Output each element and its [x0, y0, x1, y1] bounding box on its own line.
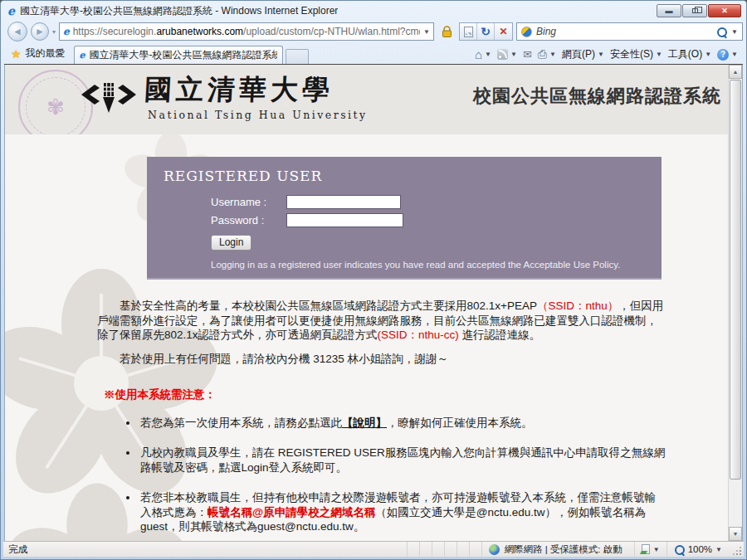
compatibility-view-button[interactable]	[460, 23, 477, 40]
favorites-button[interactable]: ★ 我的最愛	[6, 46, 74, 64]
home-button[interactable]: ⌂▼	[475, 47, 491, 61]
refresh-icon: ↻	[481, 25, 491, 38]
page-tools-group: ↻ ✕	[459, 22, 513, 41]
notice-item: 若您為第一次使用本系統，請務必點選此【說明】，瞭解如何正確使用本系統。	[139, 416, 666, 431]
rss-icon	[497, 49, 508, 60]
notice-list: 若您為第一次使用本系統，請務必點選此【說明】，瞭解如何正確使用本系統。 凡校內教…	[139, 416, 666, 542]
search-box[interactable]: Bing ▼	[516, 22, 743, 41]
search-dropdown-icon[interactable]: ▼	[731, 28, 738, 36]
close-button[interactable]: ✕	[708, 4, 741, 17]
resize-grip[interactable]	[732, 547, 742, 557]
read-mail-button[interactable]: ✉	[523, 48, 532, 61]
status-text: 完成	[3, 543, 407, 556]
username-label: Username :	[211, 196, 286, 208]
printer-icon: ⎙	[538, 47, 547, 61]
page-text: 基於安全性高的考量，本校校園公共區無線區域網路認證方式主要採用802.1x+PE…	[5, 280, 728, 541]
home-icon: ⌂	[475, 47, 482, 61]
zone-text: 網際網路 | 受保護模式: 啟動	[504, 543, 622, 556]
page-menu-button[interactable]: 網頁(P)▼	[562, 47, 604, 61]
page-banner: ✾ 國立清華大學 National Tsing Hua University 校…	[5, 65, 728, 134]
stop-button[interactable]: ✕	[495, 23, 512, 40]
login-heading: REGISTERED USER	[147, 157, 662, 184]
zoom-icon	[674, 544, 685, 555]
safety-menu-button[interactable]: 安全性(S)▼	[610, 47, 662, 61]
policy-note: Logging in as a registered user indicate…	[211, 260, 662, 270]
back-button[interactable]: ◄	[7, 22, 27, 41]
history-dropdown-icon[interactable]: ▾	[52, 28, 56, 36]
system-title: 校園公共區無線網路認證系統	[473, 84, 721, 109]
address-dropdown-icon[interactable]: ▼	[423, 28, 430, 36]
zoom-level: 100%	[688, 544, 712, 554]
tab-favicon-icon: e	[80, 50, 85, 61]
nthu-emblem-icon	[81, 80, 136, 118]
tab-title: 國立清華大學-校園公共區無線網路認證系統	[90, 48, 277, 62]
favorites-label: 我的最愛	[26, 46, 66, 61]
url-text[interactable]: https://securelogin.arubanetworks.com/up…	[73, 26, 420, 37]
help-link[interactable]: 【說明】	[342, 416, 387, 429]
page-favicon-icon: e	[63, 26, 70, 37]
password-input[interactable]	[286, 213, 403, 227]
print-button[interactable]: ⎙▼	[538, 47, 556, 61]
tab-bar: ★ 我的最愛 e 國立清華大學-校園公共區無線網路認證系統 ⌂▼ ▼ ✉ ⎙▼ …	[4, 44, 743, 65]
refresh-button[interactable]: ↻	[477, 23, 495, 40]
stop-icon: ✕	[499, 26, 507, 37]
restore-button[interactable]	[682, 4, 707, 17]
titlebar: e 國立清華大學-校園公共區無線網路認證系統 - Windows Interne…	[4, 1, 743, 19]
compatibility-status-button[interactable]: ▼	[634, 542, 666, 557]
restore-icon	[692, 8, 698, 13]
window-title: 國立清華大學-校園公共區無線網路認證系統 - Windows Internet …	[20, 4, 338, 18]
navigation-bar: ◄ ► ▾ e https://securelogin.arubanetwork…	[4, 19, 743, 44]
zoom-control[interactable]: 100% ▼	[666, 542, 729, 557]
status-bar: 完成 網際網路 | 受保護模式: 啟動 ▼ 100% ▼	[3, 541, 744, 557]
bing-logo-icon	[521, 27, 532, 37]
search-icon[interactable]	[716, 27, 727, 37]
minimize-button[interactable]: ▬	[657, 4, 681, 17]
username-input[interactable]	[286, 195, 401, 209]
command-bar: ⌂▼ ▼ ✉ ⎙▼ 網頁(P)▼ 安全性(S)▼ 工具(O)▼ ?▼	[475, 47, 741, 64]
login-panel: REGISTERED USER Username : Password : Lo…	[147, 157, 662, 280]
notice-item: 若您非本校教職員生，但持有他校申請之校際漫遊帳號者，亦可持漫遊帳號登入本系統，僅…	[139, 490, 666, 534]
active-tab[interactable]: e 國立清華大學-校園公共區無線網路認證系統	[74, 46, 283, 64]
scroll-up-button[interactable]: ▲	[729, 65, 742, 79]
address-bar[interactable]: e https://securelogin.arubanetworks.com/…	[59, 22, 434, 41]
security-zone: 網際網路 | 受保護模式: 啟動	[481, 542, 633, 557]
web-page: ✾ 國立清華大學 National Tsing Hua University 校…	[5, 65, 728, 541]
search-input[interactable]: Bing	[536, 26, 712, 37]
browser-window: e 國立清華大學-校園公共區無線網路認證系統 - Windows Interne…	[0, 0, 747, 560]
contact-paragraph: 若於使用上有任何問題，請洽校內分機 31235 林小姐諮詢，謝謝～	[97, 352, 666, 367]
roaming-format-text: 帳號名稱@原申請學校之網域名稱	[208, 506, 375, 519]
login-button[interactable]: Login	[211, 235, 251, 251]
ie-logo-icon: e	[7, 5, 15, 17]
mail-icon: ✉	[523, 48, 532, 61]
university-name-zh: 國立清華大學	[144, 71, 334, 109]
ssid-nthu-cc-text: (SSID：nthu-cc)	[378, 329, 459, 341]
help-icon: ?	[717, 49, 729, 61]
window-frame-bottom	[4, 557, 743, 559]
scrollbar-track[interactable]	[729, 480, 742, 527]
ssid-nthu-text: （SSID：nthu）	[537, 299, 618, 312]
internet-zone-icon	[489, 544, 500, 555]
vertical-scrollbar[interactable]: ▲ ▼	[728, 65, 742, 541]
page-body: REGISTERED USER Username : Password : Lo…	[5, 157, 728, 541]
notice-heading: ※使用本系統需注意：	[104, 387, 666, 402]
security-lock-icon[interactable]	[437, 22, 456, 41]
compatibility-status-icon	[642, 544, 650, 554]
notice-item: 凡校內教職員及學生，請在 REGISTERED USER服務區塊內輸入您向計算機…	[139, 446, 666, 475]
compatibility-icon	[464, 27, 473, 37]
favorites-star-icon: ★	[11, 47, 22, 61]
scroll-down-button[interactable]: ▼	[729, 527, 742, 541]
help-button[interactable]: ?▼	[717, 49, 738, 61]
page-viewport: ✾ 國立清華大學 National Tsing Hua University 校…	[4, 65, 743, 541]
intro-paragraph: 基於安全性高的考量，本校校園公共區無線區域網路認證方式主要採用802.1x+PE…	[97, 299, 666, 343]
feeds-button[interactable]: ▼	[497, 49, 517, 60]
tools-menu-button[interactable]: 工具(O)▼	[668, 47, 711, 61]
password-label: Password :	[211, 214, 286, 226]
scrollbar-thumb[interactable]	[730, 80, 741, 480]
university-name-en: National Tsing Hua University	[148, 109, 368, 121]
new-tab-button[interactable]	[286, 49, 309, 64]
forward-button[interactable]: ►	[31, 22, 49, 41]
